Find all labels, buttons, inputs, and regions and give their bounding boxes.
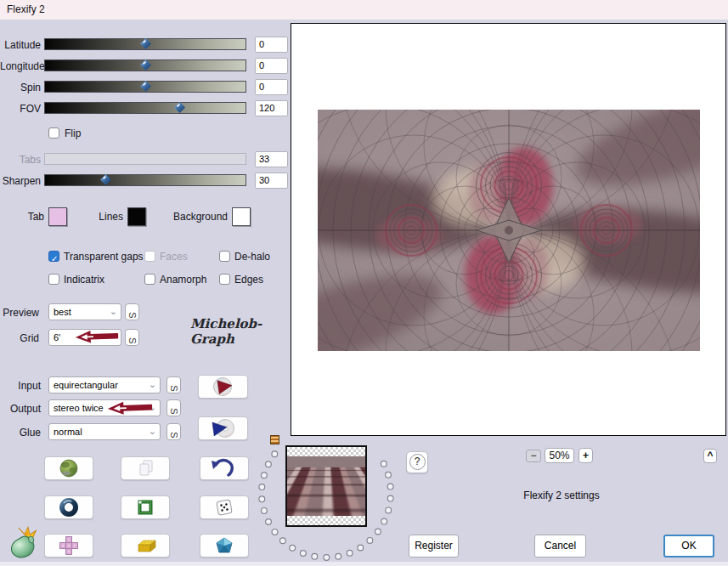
glue-select-value: normal	[54, 427, 82, 437]
load-settings-button[interactable]	[198, 375, 248, 399]
crystal-icon	[200, 535, 248, 557]
torus-icon	[45, 496, 93, 518]
s-glyph-icon: S	[169, 432, 179, 438]
chevron-down-icon: ⌄	[110, 306, 117, 317]
preview-select-value: best	[54, 307, 71, 317]
cancel-button[interactable]: Cancel	[534, 535, 586, 558]
edges-label: Edges	[234, 274, 263, 286]
longitude-slider[interactable]	[44, 59, 246, 71]
grid-label: Grid	[0, 332, 39, 344]
indicatrix-checkbox[interactable]	[48, 274, 59, 285]
spin-slider-thumb[interactable]	[140, 81, 151, 92]
torus-button[interactable]	[44, 495, 93, 519]
output-thumbnail	[285, 445, 367, 527]
spin-label: Spin	[0, 82, 41, 93]
zoom-level: 50%	[545, 448, 574, 463]
sharpen-slider-thumb[interactable]	[100, 174, 111, 185]
s-glyph-icon: S	[127, 337, 138, 343]
longitude-value[interactable]: 0	[255, 58, 288, 74]
output-select[interactable]: stereo twice ⌄	[48, 399, 161, 416]
input-select[interactable]: equirectangular ⌄	[48, 376, 161, 393]
sharpen-value[interactable]: 30	[255, 173, 288, 189]
dice-icon	[200, 496, 248, 518]
fov-slider-thumb[interactable]	[174, 102, 185, 113]
sharpen-slider[interactable]	[44, 174, 246, 186]
brick-button[interactable]	[121, 534, 170, 558]
fov-label: FOV	[0, 103, 41, 115]
cd-play-red-icon	[199, 376, 247, 398]
preview-random-button[interactable]: S	[125, 303, 139, 320]
zoom-out-button[interactable]: −	[526, 450, 541, 462]
grid-random-button[interactable]: S	[125, 329, 139, 346]
s-glyph-icon: S	[169, 385, 179, 391]
input-random-button[interactable]: S	[166, 376, 181, 393]
register-button[interactable]: Register	[409, 535, 459, 558]
palette-toggle-icon[interactable]	[270, 435, 279, 444]
glue-select[interactable]: normal ⌄	[48, 423, 161, 440]
lines-color-label: Lines	[81, 211, 123, 223]
background-color-swatch[interactable]	[232, 207, 251, 226]
tab-color-swatch[interactable]	[48, 207, 67, 226]
undo-button[interactable]	[200, 456, 249, 480]
chevron-down-icon: ⌄	[149, 402, 156, 413]
preview-select[interactable]: best ⌄	[48, 303, 121, 320]
undo-arrow-icon	[200, 457, 248, 479]
output-random-button[interactable]: S	[166, 399, 181, 416]
copy-pages-icon	[121, 457, 169, 479]
fov-value[interactable]: 120	[255, 100, 288, 116]
de-halo-checkbox[interactable]	[219, 251, 230, 262]
frame-button[interactable]	[121, 495, 170, 519]
unfold-button[interactable]	[44, 534, 93, 558]
ok-button[interactable]: OK	[663, 535, 714, 558]
copy-button[interactable]	[121, 456, 170, 480]
background-color-label: Background	[153, 211, 228, 223]
tabs-label: Tabs	[0, 154, 41, 166]
save-settings-button[interactable]	[198, 416, 248, 440]
flexify-dialog: Flexify 2 Latitude 0 Longitude 0 Spin 0 …	[0, 0, 728, 566]
latitude-slider[interactable]	[44, 38, 246, 50]
anamorph-label: Anamorph	[160, 274, 206, 286]
help-button[interactable]: ?	[406, 451, 428, 473]
output-label: Output	[0, 403, 41, 415]
gem-button[interactable]	[200, 534, 249, 558]
question-mark-icon: ?	[409, 454, 426, 470]
latitude-value[interactable]: 0	[255, 37, 288, 53]
flip-label: Flip	[65, 127, 81, 139]
tabs-value[interactable]: 33	[255, 151, 288, 167]
watermark-signature: Michelob-Graph	[190, 316, 284, 347]
tab-color-label: Tab	[0, 211, 44, 223]
transparency-checker-top	[287, 447, 365, 456]
glue-label: Glue	[0, 427, 41, 439]
window-bottom-edge	[0, 562, 728, 566]
grid-input[interactable]	[48, 329, 121, 346]
preview-canvas	[291, 23, 726, 436]
indicatrix-label: Indicatrix	[64, 274, 104, 286]
cd-play-blue-icon	[199, 417, 247, 439]
spin-slider[interactable]	[44, 81, 246, 93]
collapse-button[interactable]: ^	[703, 449, 717, 463]
planet-icon	[45, 457, 93, 479]
preview-image	[318, 110, 700, 351]
lines-color-swatch[interactable]	[127, 207, 146, 226]
spin-value[interactable]: 0	[255, 79, 288, 95]
thumbnail-render	[287, 456, 365, 516]
edges-checkbox[interactable]	[219, 274, 230, 285]
grid-input-wrap	[48, 329, 121, 346]
transparent-gaps-checkbox[interactable]	[48, 251, 59, 262]
latitude-slider-thumb[interactable]	[140, 38, 151, 49]
longitude-slider-thumb[interactable]	[140, 59, 151, 71]
fov-slider[interactable]	[44, 102, 246, 114]
flip-checkbox[interactable]	[48, 127, 59, 139]
longitude-label: Longitude	[0, 60, 41, 72]
zoom-in-button[interactable]: +	[578, 448, 593, 463]
faces-label: Faces	[160, 251, 188, 263]
transparency-checker-bottom	[287, 516, 365, 525]
flaming-pear-logo[interactable]	[2, 525, 41, 563]
glue-random-button[interactable]: S	[166, 423, 181, 440]
s-glyph-icon: S	[169, 408, 179, 414]
anamorph-checkbox[interactable]	[144, 274, 155, 285]
load-image-button[interactable]	[44, 456, 93, 480]
randomize-button[interactable]	[200, 495, 249, 519]
de-halo-label: De-halo	[234, 251, 270, 263]
lego-brick-icon	[121, 535, 169, 557]
